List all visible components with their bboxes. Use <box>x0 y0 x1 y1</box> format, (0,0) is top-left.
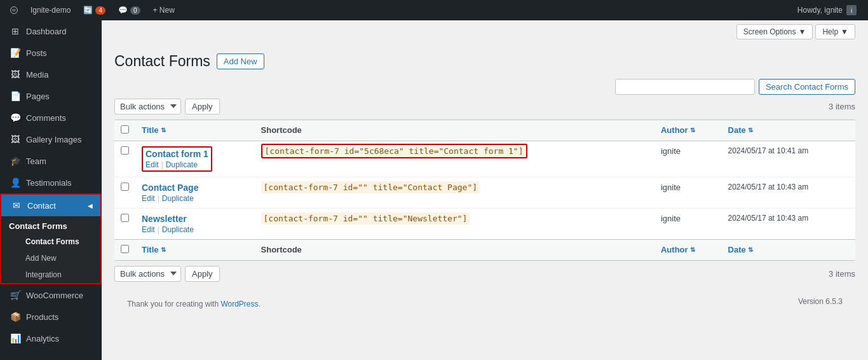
date-sort-link-footer[interactable]: Date ⇅ <box>728 245 753 254</box>
help-button[interactable]: Help ▼ <box>815 24 855 39</box>
main-content: Screen Options ▼ Help ▼ Contact Forms Ad… <box>102 20 868 360</box>
footer-title: Title ⇅ <box>135 239 255 260</box>
comments-icon: 💬 <box>10 112 21 123</box>
row1-title-cell: Contact form 1 Edit | Duplicate <box>135 141 255 177</box>
woocommerce-icon: 🛒 <box>10 289 21 301</box>
pages-icon: 📄 <box>10 90 21 102</box>
sidebar-item-posts[interactable]: 📝 Posts <box>0 42 102 64</box>
items-count-bottom: 3 items <box>829 269 855 279</box>
footer-author: Author ⇅ <box>654 239 722 260</box>
row1-select[interactable] <box>121 146 129 155</box>
row1-duplicate-link[interactable]: Duplicate <box>166 160 198 169</box>
author-sort-link[interactable]: Author ⇅ <box>661 125 695 135</box>
new-content[interactable]: + New <box>148 0 180 20</box>
row2-duplicate-link[interactable]: Duplicate <box>162 194 194 203</box>
row1-shortcode: [contact-form-7 id="5c68eca" title="Cont… <box>261 144 527 158</box>
row1-edit-link[interactable]: Edit <box>146 160 159 169</box>
date-sort-icon: ⇅ <box>748 127 753 134</box>
row2-select[interactable] <box>121 183 129 191</box>
search-input[interactable] <box>615 79 755 95</box>
table-row: Contact form 1 Edit | Duplicate [contact… <box>114 141 855 177</box>
avatar: i <box>846 5 857 15</box>
row2-edit-link[interactable]: Edit <box>142 194 155 203</box>
sidebar-item-products[interactable]: 📦 Products <box>0 306 102 328</box>
title-sort-link[interactable]: Title ⇅ <box>142 125 166 135</box>
bulk-actions-select-bottom[interactable]: Bulk actions <box>114 266 181 282</box>
contact-forms-table: Title ⇅ Shortcode Author ⇅ <box>114 120 855 261</box>
date-sort-link[interactable]: Date ⇅ <box>728 125 753 135</box>
table-footer-row: Title ⇅ Shortcode Author ⇅ <box>114 239 855 260</box>
media-icon: 🖼 <box>10 69 21 80</box>
search-contact-forms-button[interactable]: Search Contact Forms <box>759 79 855 95</box>
row2-actions: Edit | Duplicate <box>142 194 248 203</box>
row3-shortcode: [contact-form-7 id="" title="Newsletter"… <box>261 212 470 225</box>
add-new-button[interactable]: Add New <box>217 53 264 69</box>
row1-title-link[interactable]: Contact form 1 <box>146 149 208 159</box>
row1-shortcode-cell: [contact-form-7 id="5c68eca" title="Cont… <box>255 141 654 177</box>
submenu-add-new[interactable]: Add New <box>1 250 100 267</box>
row1-author: ignite <box>654 141 722 177</box>
bottom-tablenav: Bulk actions Apply 3 items <box>114 266 855 282</box>
sidebar-item-comments[interactable]: 💬 Comments <box>0 107 102 128</box>
row2-title-link[interactable]: Contact Page <box>142 183 248 193</box>
user-info[interactable]: Howdy, ignite i <box>791 5 863 15</box>
sidebar-item-gallery[interactable]: 🖼 Gallery Images <box>0 128 102 150</box>
comments-bar[interactable]: 💬 0 <box>113 0 146 20</box>
row3-shortcode-cell: [contact-form-7 id="" title="Newsletter"… <box>255 208 654 239</box>
updates-icon: 🔄 <box>83 6 93 15</box>
row3-checkbox <box>114 208 135 239</box>
header-date: Date ⇅ <box>722 120 855 141</box>
row3-author: ignite <box>654 208 722 239</box>
sidebar-item-woocommerce[interactable]: 🛒 WooCommerce <box>0 284 102 306</box>
select-all-footer-checkbox[interactable] <box>121 245 129 253</box>
table-row: Contact Page Edit | Duplicate [contact-f… <box>114 177 855 208</box>
row3-select[interactable] <box>121 214 129 222</box>
row3-title-link[interactable]: Newsletter <box>142 214 248 224</box>
table-header-row: Title ⇅ Shortcode Author ⇅ <box>114 120 855 141</box>
row3-actions: Edit | Duplicate <box>142 225 248 234</box>
wp-logo[interactable]: W <box>5 1 23 19</box>
footer-date: Date ⇅ <box>722 239 855 260</box>
apply-button-bottom[interactable]: Apply <box>185 266 220 282</box>
row3-duplicate-link[interactable]: Duplicate <box>162 225 194 234</box>
submenu-integration[interactable]: Integration <box>1 267 100 283</box>
row3-edit-link[interactable]: Edit <box>142 225 155 234</box>
site-name[interactable]: Ignite-demo <box>25 0 76 20</box>
row1-checkbox <box>114 141 135 177</box>
dashboard-icon: ⊞ <box>10 25 21 37</box>
submenu-header: Contact Forms <box>1 216 100 233</box>
title-sort-link-footer[interactable]: Title ⇅ <box>142 245 166 254</box>
top-tablenav: Bulk actions Apply 3 items <box>114 99 855 114</box>
svg-text:W: W <box>12 8 16 12</box>
products-icon: 📦 <box>10 311 21 322</box>
sidebar-item-contact[interactable]: ✉ Contact ◀ <box>1 195 100 216</box>
submenu-contact-forms[interactable]: Contact Forms <box>1 233 100 250</box>
sidebar-item-testimonials[interactable]: 👤 Testimonials <box>0 172 102 193</box>
wordpress-link[interactable]: WordPress <box>220 300 258 308</box>
updates[interactable]: 🔄 4 <box>78 0 111 20</box>
row2-date: 2024/05/17 at 10:43 am <box>722 177 855 208</box>
bulk-actions-select-top[interactable]: Bulk actions <box>114 99 181 114</box>
sidebar-item-dashboard[interactable]: ⊞ Dashboard <box>0 20 102 42</box>
row2-title-cell: Contact Page Edit | Duplicate <box>135 177 255 208</box>
sidebar-item-pages[interactable]: 📄 Pages <box>0 85 102 107</box>
row2-author: ignite <box>654 177 722 208</box>
comment-icon: 💬 <box>118 6 128 15</box>
analytics-icon: 📊 <box>10 333 21 344</box>
contact-submenu: Contact Forms Contact Forms Add New Inte… <box>1 216 100 283</box>
select-all-checkbox[interactable] <box>121 125 129 134</box>
search-area: Search Contact Forms <box>114 79 855 95</box>
author-sort-link-footer[interactable]: Author ⇅ <box>661 245 695 254</box>
posts-icon: 📝 <box>10 47 21 59</box>
sidebar-item-media[interactable]: 🖼 Media <box>0 64 102 85</box>
row1-actions: Edit | Duplicate <box>146 160 208 169</box>
sidebar-item-analytics[interactable]: 📊 Analytics <box>0 328 102 349</box>
screen-options-button[interactable]: Screen Options ▼ <box>736 24 813 39</box>
page-title: Contact Forms <box>114 52 210 71</box>
header-checkbox <box>114 120 135 141</box>
sidebar-item-team[interactable]: 🎓 Team <box>0 150 102 172</box>
screen-options-arrow: ▼ <box>799 27 806 36</box>
footer-shortcode: Shortcode <box>255 239 654 260</box>
apply-button-top[interactable]: Apply <box>185 99 220 114</box>
header-title: Title ⇅ <box>135 120 255 141</box>
